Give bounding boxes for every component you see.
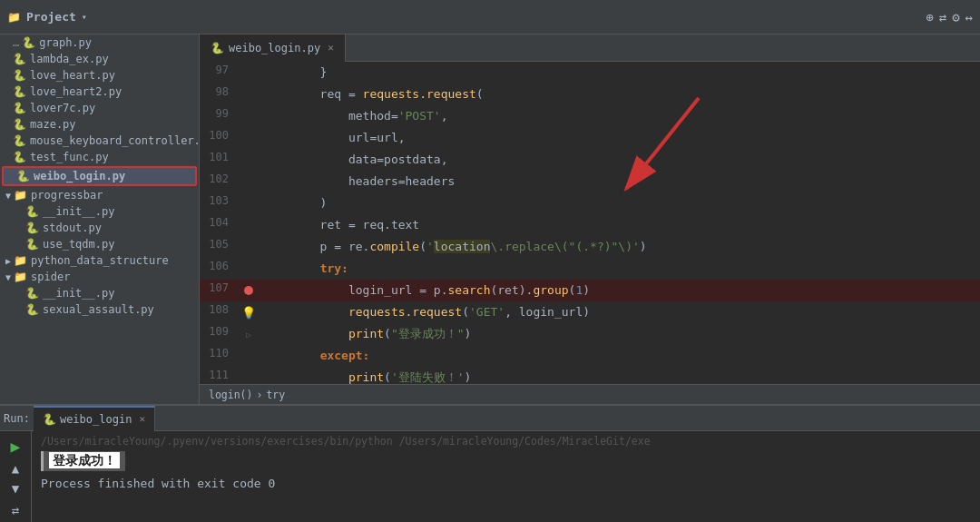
line-gutter — [238, 258, 260, 280]
sidebar-item[interactable]: 🐍 lambda_ex.py — [0, 51, 199, 67]
file-icon: 🐍 — [25, 238, 39, 251]
filename: mouse_keyboard_controller.py — [30, 134, 200, 147]
toolbar-icon-add[interactable]: ⊕ — [926, 10, 933, 25]
success-text: 登录成功！ — [49, 452, 120, 468]
sidebar-folder-spider[interactable]: ▼ 📁 spider — [0, 269, 199, 285]
run-controls: ▶ ▲ ▼ ⇄ — [0, 431, 32, 522]
line-code: print("登录成功！") — [260, 323, 980, 345]
breadcrumb-sep: › — [256, 389, 262, 401]
line-code: ) — [260, 192, 980, 214]
sidebar-item[interactable]: … 🐍 graph.py — [0, 34, 199, 51]
line-number: 100 — [200, 127, 238, 149]
line-number: 105 — [200, 236, 238, 258]
folder-name: spider — [31, 271, 70, 283]
play-button[interactable]: ▶ — [5, 437, 25, 456]
line-gutter — [238, 236, 260, 258]
filename: maze.py — [30, 118, 76, 131]
code-line: 109 ▷ print("登录成功！") — [200, 323, 980, 345]
sidebar-item[interactable]: 🐍 love_heart.py — [0, 67, 199, 84]
filename: __init__.py — [43, 287, 114, 300]
code-line: 100 url=url, — [200, 127, 980, 149]
sidebar-item[interactable]: 🐍 __init__.py — [0, 285, 199, 301]
run-tab-label: weibo_login — [60, 413, 132, 426]
toolbar-icon-expand[interactable]: ↔ — [965, 10, 973, 25]
filename: love_heart2.py — [30, 85, 122, 98]
breadcrumb-login: login() — [209, 389, 252, 401]
filename: weibo_login.py — [34, 170, 125, 182]
rerun-button[interactable]: ⇄ — [12, 503, 19, 517]
run-output: /Users/miracleYoung/.pyenv/versions/exer… — [32, 431, 980, 522]
code-line: 104 ret = req.text — [200, 214, 980, 236]
line-gutter — [238, 105, 260, 127]
code-line: 102 headers=headers — [200, 171, 980, 192]
code-line: 101 data=postdata, — [200, 149, 980, 171]
filename: graph.py — [39, 36, 92, 49]
file-icon: 🐍 — [13, 102, 26, 114]
filename: __init__.py — [43, 205, 114, 218]
line-gutter — [238, 149, 260, 171]
sidebar-folder-progressbar[interactable]: ▼ 📁 progressbar — [0, 187, 199, 203]
run-tab-icon: 🐍 — [43, 413, 56, 426]
output-finished: Process finished with exit code 0 — [41, 477, 971, 490]
line-gutter — [238, 62, 260, 84]
line-number: 109 — [200, 323, 238, 345]
code-content: 97 } 98 req = requests.request( 99 — [200, 62, 980, 384]
sidebar-item[interactable]: 🐍 stdout.py — [0, 220, 199, 236]
code-line-107: 107 login_url = p.search(ret).group(1) — [200, 280, 980, 301]
line-number: 106 — [200, 258, 238, 280]
line-number: 102 — [200, 171, 238, 192]
toolbar-icon-sync[interactable]: ⇄ — [939, 10, 946, 25]
line-gutter: ▷ — [238, 323, 260, 345]
up-button[interactable]: ▲ — [12, 461, 19, 476]
file-icon: 🐍 — [13, 53, 26, 65]
line-gutter-bulb: 💡 — [238, 301, 260, 323]
sidebar-item[interactable]: 🐍 __init__.py — [0, 203, 199, 220]
code-line: 97 } — [200, 62, 980, 84]
toolbar-dropdown-icon[interactable]: ▾ — [82, 12, 87, 22]
sidebar-item[interactable]: 🐍 love_heart2.py — [0, 84, 199, 100]
run-label: Run: — [4, 412, 30, 425]
sidebar-item[interactable]: 🐍 mouse_keyboard_controller.py — [0, 133, 199, 149]
toolbar: 📁 Project ▾ ⊕ ⇄ ⚙ ↔ — [0, 0, 980, 34]
run-tab-close-icon[interactable]: ✕ — [139, 413, 145, 425]
code-line: 103 ) — [200, 192, 980, 214]
sidebar-item[interactable]: 🐍 lover7c.py — [0, 100, 199, 116]
file-icon: 🐍 — [13, 118, 26, 131]
code-line: 98 req = requests.request( — [200, 84, 980, 105]
file-icon: 🐍 — [25, 287, 39, 300]
down-button[interactable]: ▼ — [12, 481, 19, 496]
line-gutter-dot — [238, 280, 260, 301]
sidebar-item[interactable]: 🐍 use_tqdm.py — [0, 236, 199, 252]
line-number: 101 — [200, 149, 238, 171]
editor-area: 🐍 weibo_login.py ✕ — [200, 34, 980, 404]
sidebar-item-weibo-login[interactable]: 🐍 weibo_login.py — [2, 166, 197, 186]
tab-weibo-login[interactable]: 🐍 weibo_login.py ✕ — [200, 34, 346, 62]
sidebar: … 🐍 graph.py 🐍 lambda_ex.py 🐍 love_heart… — [0, 34, 200, 404]
line-code: try: — [260, 258, 980, 280]
tab-bar: 🐍 weibo_login.py ✕ — [200, 34, 980, 62]
expand-icon: … — [13, 36, 19, 49]
bottom-panel: Run: 🐍 weibo_login ✕ ▶ ▲ ▼ ⇄ /Users/mira… — [0, 404, 980, 522]
sidebar-item[interactable]: 🐍 maze.py — [0, 116, 199, 133]
file-icon: 🐍 — [22, 36, 35, 49]
sidebar-item[interactable]: 🐍 sexual_assault.py — [0, 301, 199, 318]
tab-filename: weibo_login.py — [229, 42, 320, 54]
line-number: 99 — [200, 105, 238, 127]
line-code: ret = req.text — [260, 214, 980, 236]
line-code: except: — [260, 345, 980, 367]
line-number: 107 — [200, 280, 238, 301]
breakpoint-icon — [244, 286, 253, 295]
sidebar-item[interactable]: 🐍 test_func.py — [0, 149, 199, 165]
breadcrumb-bar: login() › try — [200, 384, 980, 404]
main-area: … 🐍 graph.py 🐍 lambda_ex.py 🐍 love_heart… — [0, 34, 980, 522]
run-content: ▶ ▲ ▼ ⇄ /Users/miracleYoung/.pyenv/versi… — [0, 431, 980, 522]
toolbar-icon-settings[interactable]: ⚙ — [952, 10, 959, 25]
line-code: requests.request('GET', login_url) — [260, 301, 980, 323]
file-icon: 🐍 — [13, 151, 26, 163]
sidebar-folder-pds[interactable]: ▶ 📁 python_data_structure — [0, 252, 199, 269]
tab-weibo-login-run[interactable]: 🐍 weibo_login ✕ — [34, 406, 155, 431]
line-number: 108 — [200, 301, 238, 323]
folder-icon: 📁 — [14, 254, 27, 267]
line-number: 110 — [200, 345, 238, 367]
tab-close-icon[interactable]: ✕ — [328, 42, 334, 54]
